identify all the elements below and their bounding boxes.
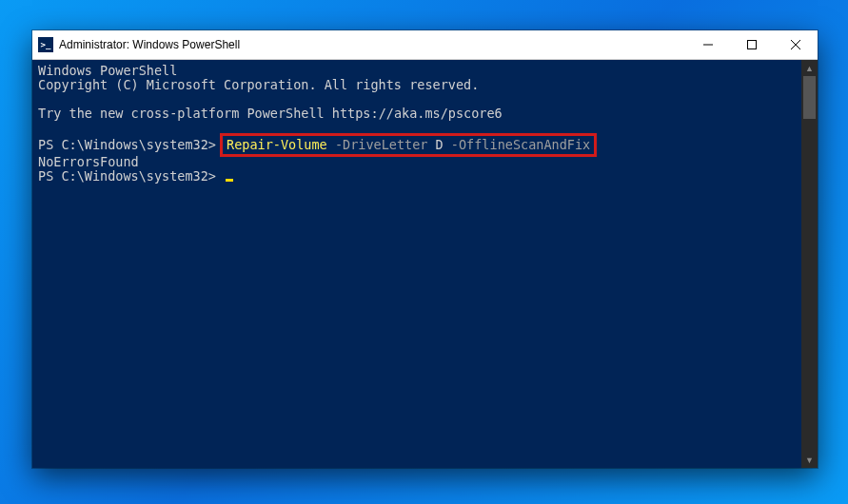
titlebar[interactable]: >_ Administrator: Windows PowerShell bbox=[32, 30, 818, 60]
highlighted-command: Repair-Volume -DriveLetter D -OfflineSca… bbox=[220, 133, 597, 157]
arg1-token: D bbox=[436, 137, 444, 152]
scroll-up-button[interactable]: ▲ bbox=[801, 60, 818, 76]
maximize-button[interactable] bbox=[730, 30, 774, 59]
svg-rect-1 bbox=[748, 41, 757, 49]
window-title: Administrator: Windows PowerShell bbox=[59, 38, 240, 51]
prompt-2: PS C:\Windows\system32> bbox=[38, 168, 216, 184]
pscore6-link[interactable]: https://aka.ms/pscore6 bbox=[332, 106, 503, 121]
cursor bbox=[226, 179, 233, 182]
cmdlet-token: Repair-Volume bbox=[227, 137, 327, 152]
powershell-window: >_ Administrator: Windows PowerShell Win… bbox=[32, 30, 818, 468]
banner-line-1: Windows PowerShell bbox=[38, 63, 177, 78]
scroll-down-button[interactable]: ▼ bbox=[801, 452, 818, 468]
window-icon: >_ bbox=[32, 37, 59, 52]
vertical-scrollbar[interactable]: ▲ ▼ bbox=[801, 60, 818, 468]
terminal-area[interactable]: Windows PowerShell Copyright (C) Microso… bbox=[32, 60, 801, 468]
prompt-1: PS C:\Windows\system32> bbox=[38, 137, 216, 152]
minimize-button[interactable] bbox=[686, 30, 730, 59]
powershell-icon: >_ bbox=[38, 37, 53, 52]
try-line-prefix: Try the new cross-platform PowerShell bbox=[38, 106, 332, 121]
banner-line-2: Copyright (C) Microsoft Corporation. All… bbox=[38, 77, 479, 92]
close-button[interactable] bbox=[774, 30, 818, 59]
output-line: NoErrorsFound bbox=[38, 154, 139, 169]
scroll-thumb[interactable] bbox=[803, 76, 816, 119]
param2-token: -OfflineScanAndFix bbox=[451, 137, 590, 152]
param1-token: -DriveLetter bbox=[335, 137, 428, 152]
